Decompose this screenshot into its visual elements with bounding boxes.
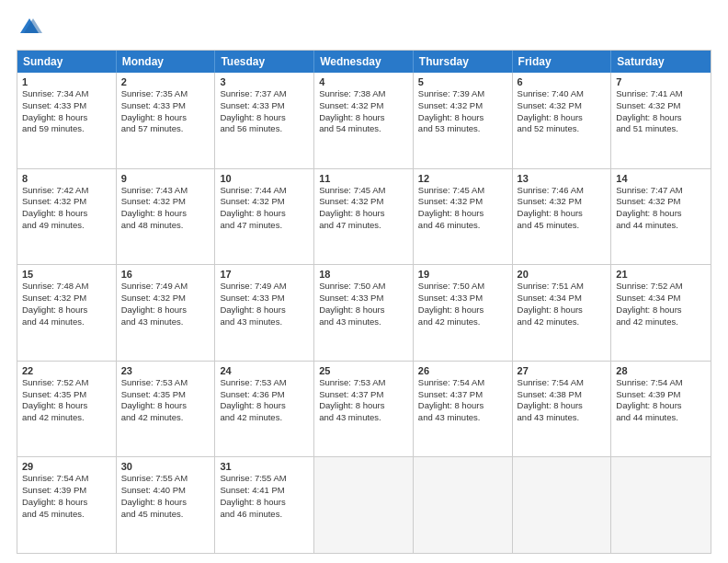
cell-line: Sunset: 4:32 PM bbox=[22, 196, 111, 208]
cell-line: Sunset: 4:32 PM bbox=[616, 196, 706, 208]
cell-line: Daylight: 8 hours bbox=[121, 400, 210, 412]
cell-line: and 45 minutes. bbox=[22, 509, 111, 521]
weekday-header: Thursday bbox=[414, 51, 513, 73]
cell-line: Sunset: 4:32 PM bbox=[418, 196, 507, 208]
cell-line: Sunset: 4:32 PM bbox=[518, 100, 607, 112]
cell-line: Sunset: 4:32 PM bbox=[418, 100, 507, 112]
calendar-cell: 13Sunrise: 7:46 AMSunset: 4:32 PMDayligh… bbox=[513, 169, 612, 265]
day-number: 22 bbox=[22, 365, 111, 376]
calendar-cell: 24Sunrise: 7:53 AMSunset: 4:36 PMDayligh… bbox=[215, 362, 314, 457]
cell-line: and 43 minutes. bbox=[319, 412, 408, 424]
cell-line: Sunset: 4:32 PM bbox=[121, 196, 210, 208]
cell-line: Daylight: 8 hours bbox=[319, 208, 408, 220]
cell-line: Sunrise: 7:53 AM bbox=[220, 377, 309, 389]
cell-line: Sunset: 4:33 PM bbox=[418, 293, 507, 304]
cell-line: Sunrise: 7:34 AM bbox=[22, 88, 111, 100]
cell-line: Sunset: 4:37 PM bbox=[418, 389, 507, 401]
cell-line: Sunrise: 7:54 AM bbox=[616, 377, 706, 389]
cell-line: Sunrise: 7:47 AM bbox=[616, 185, 706, 197]
cell-line: Sunset: 4:32 PM bbox=[319, 100, 408, 112]
header bbox=[17, 15, 711, 40]
calendar-row: 1Sunrise: 7:34 AMSunset: 4:33 PMDaylight… bbox=[17, 73, 711, 168]
cell-line: Daylight: 8 hours bbox=[22, 497, 111, 509]
calendar-cell: 2Sunrise: 7:35 AMSunset: 4:33 PMDaylight… bbox=[117, 73, 216, 168]
day-number: 17 bbox=[220, 269, 309, 280]
cell-line: and 59 minutes. bbox=[22, 123, 111, 135]
weekday-header: Sunday bbox=[17, 51, 117, 73]
cell-line: Sunrise: 7:53 AM bbox=[319, 377, 408, 389]
cell-line: Sunrise: 7:39 AM bbox=[418, 88, 507, 100]
day-number: 26 bbox=[418, 365, 507, 376]
cell-line: Sunrise: 7:49 AM bbox=[121, 281, 210, 293]
cell-line: Daylight: 8 hours bbox=[518, 112, 607, 124]
cell-line: Sunrise: 7:42 AM bbox=[22, 185, 111, 197]
day-number: 9 bbox=[121, 173, 210, 184]
cell-line: Sunrise: 7:45 AM bbox=[319, 185, 408, 197]
cell-line: and 47 minutes. bbox=[319, 220, 408, 232]
page: SundayMondayTuesdayWednesdayThursdayFrid… bbox=[0, 0, 728, 563]
cell-line: Sunset: 4:34 PM bbox=[518, 293, 607, 304]
cell-line: Sunrise: 7:54 AM bbox=[518, 377, 607, 389]
calendar-cell bbox=[513, 457, 612, 553]
calendar-cell: 11Sunrise: 7:45 AMSunset: 4:32 PMDayligh… bbox=[314, 169, 414, 265]
day-number: 15 bbox=[22, 269, 111, 280]
cell-line: and 52 minutes. bbox=[518, 123, 607, 135]
cell-line: Sunrise: 7:38 AM bbox=[319, 88, 408, 100]
day-number: 20 bbox=[518, 269, 607, 280]
cell-line: and 45 minutes. bbox=[121, 509, 210, 521]
day-number: 13 bbox=[518, 173, 607, 184]
cell-line: Sunset: 4:33 PM bbox=[22, 100, 111, 112]
cell-line: and 46 minutes. bbox=[418, 220, 507, 232]
cell-line: Daylight: 8 hours bbox=[319, 400, 408, 412]
cell-line: Sunset: 4:33 PM bbox=[220, 100, 309, 112]
cell-line: Daylight: 8 hours bbox=[418, 304, 507, 316]
calendar-cell: 5Sunrise: 7:39 AMSunset: 4:32 PMDaylight… bbox=[414, 73, 513, 168]
calendar-cell: 15Sunrise: 7:48 AMSunset: 4:32 PMDayligh… bbox=[17, 265, 117, 361]
day-number: 14 bbox=[616, 173, 706, 184]
calendar-cell: 25Sunrise: 7:53 AMSunset: 4:37 PMDayligh… bbox=[314, 362, 414, 457]
calendar-cell bbox=[611, 457, 711, 553]
cell-line: Daylight: 8 hours bbox=[121, 304, 210, 316]
calendar-header: SundayMondayTuesdayWednesdayThursdayFrid… bbox=[17, 51, 711, 73]
cell-line: and 44 minutes. bbox=[22, 316, 111, 328]
day-number: 16 bbox=[121, 269, 210, 280]
cell-line: Sunset: 4:34 PM bbox=[616, 293, 706, 304]
cell-line: and 44 minutes. bbox=[616, 412, 706, 424]
calendar-cell: 30Sunrise: 7:55 AMSunset: 4:40 PMDayligh… bbox=[117, 457, 216, 553]
cell-line: Daylight: 8 hours bbox=[220, 304, 309, 316]
calendar-cell: 20Sunrise: 7:51 AMSunset: 4:34 PMDayligh… bbox=[513, 265, 612, 361]
cell-line: Sunset: 4:32 PM bbox=[319, 196, 408, 208]
calendar-cell: 31Sunrise: 7:55 AMSunset: 4:41 PMDayligh… bbox=[215, 457, 314, 553]
day-number: 1 bbox=[22, 76, 111, 87]
cell-line: Daylight: 8 hours bbox=[616, 112, 706, 124]
cell-line: and 54 minutes. bbox=[319, 123, 408, 135]
cell-line: Daylight: 8 hours bbox=[22, 304, 111, 316]
logo-icon bbox=[17, 15, 42, 40]
cell-line: Daylight: 8 hours bbox=[616, 304, 706, 316]
calendar-cell: 22Sunrise: 7:52 AMSunset: 4:35 PMDayligh… bbox=[17, 362, 117, 457]
calendar-cell: 1Sunrise: 7:34 AMSunset: 4:33 PMDaylight… bbox=[17, 73, 117, 168]
calendar-cell: 27Sunrise: 7:54 AMSunset: 4:38 PMDayligh… bbox=[513, 362, 612, 457]
cell-line: Sunset: 4:36 PM bbox=[220, 389, 309, 401]
cell-line: Daylight: 8 hours bbox=[121, 112, 210, 124]
day-number: 19 bbox=[418, 269, 507, 280]
cell-line: Sunrise: 7:54 AM bbox=[418, 377, 507, 389]
cell-line: Sunrise: 7:45 AM bbox=[418, 185, 507, 197]
cell-line: Sunrise: 7:55 AM bbox=[220, 473, 309, 485]
calendar-cell: 19Sunrise: 7:50 AMSunset: 4:33 PMDayligh… bbox=[414, 265, 513, 361]
day-number: 27 bbox=[518, 365, 607, 376]
calendar-cell: 29Sunrise: 7:54 AMSunset: 4:39 PMDayligh… bbox=[17, 457, 117, 553]
day-number: 4 bbox=[319, 76, 408, 87]
cell-line: Sunrise: 7:44 AM bbox=[220, 185, 309, 197]
cell-line: Daylight: 8 hours bbox=[518, 208, 607, 220]
cell-line: Daylight: 8 hours bbox=[22, 400, 111, 412]
cell-line: Daylight: 8 hours bbox=[220, 497, 309, 509]
cell-line: Sunrise: 7:54 AM bbox=[22, 473, 111, 485]
calendar-cell: 9Sunrise: 7:43 AMSunset: 4:32 PMDaylight… bbox=[117, 169, 216, 265]
cell-line: Daylight: 8 hours bbox=[220, 112, 309, 124]
calendar-cell: 3Sunrise: 7:37 AMSunset: 4:33 PMDaylight… bbox=[215, 73, 314, 168]
calendar-row: 15Sunrise: 7:48 AMSunset: 4:32 PMDayligh… bbox=[17, 264, 711, 361]
cell-line: Sunrise: 7:43 AM bbox=[121, 185, 210, 197]
day-number: 3 bbox=[220, 76, 309, 87]
logo bbox=[17, 15, 46, 40]
